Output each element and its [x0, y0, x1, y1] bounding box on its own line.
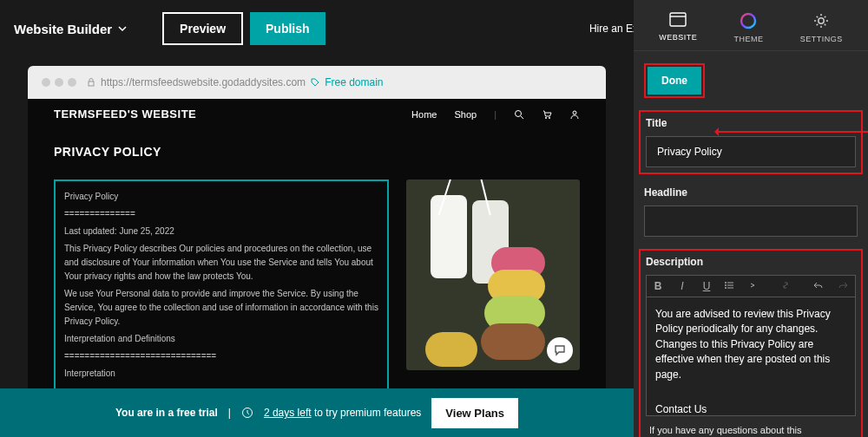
description-editor[interactable]: You are advised to review this Privacy P…	[646, 297, 856, 416]
svg-point-9	[725, 282, 727, 284]
website-preview[interactable]: TERMSFEED'S WEBSITE Home Shop | PRIVACY …	[28, 99, 606, 419]
headline-label: Headline	[644, 186, 858, 199]
url-text: https://termsfeedswebsite.godaddysites.c…	[101, 76, 306, 88]
palette-icon	[740, 12, 757, 29]
nav-shop[interactable]: Shop	[454, 109, 477, 120]
title-input[interactable]	[646, 136, 856, 167]
tab-settings[interactable]: SETTINGS	[800, 12, 843, 43]
svg-point-10	[725, 284, 727, 286]
svg-point-8	[819, 18, 824, 23]
svg-rect-0	[89, 82, 94, 86]
nav-divider: |	[494, 109, 496, 120]
headline-field-group: Headline	[644, 186, 858, 237]
cart-icon[interactable]	[542, 109, 552, 120]
description-label: Description	[646, 256, 856, 268]
list-button[interactable]	[725, 280, 737, 292]
done-button[interactable]: Done	[648, 67, 701, 95]
preview-panel: https://termsfeedswebsite.godaddysites.c…	[0, 57, 634, 437]
bold-button[interactable]: B	[652, 280, 664, 292]
privacy-text-block[interactable]: Privacy Policy ============== Last updat…	[54, 179, 389, 408]
title-label: Title	[646, 117, 856, 129]
policy-para: This Privacy Policy describes Our polici…	[64, 242, 378, 284]
underline-button[interactable]: U	[700, 280, 713, 292]
chevron-down-icon	[117, 23, 128, 34]
tag-icon	[311, 78, 319, 87]
url-bar: https://termsfeedswebsite.godaddysites.c…	[87, 76, 384, 88]
preview-button[interactable]: Preview	[162, 12, 243, 45]
sidebar-tabs: WEBSITE THEME SETTINGS	[634, 0, 868, 51]
nav-home[interactable]: Home	[411, 109, 437, 120]
lock-icon	[87, 78, 95, 87]
desc-heading: Contact Us	[655, 402, 846, 416]
browser-chrome: https://termsfeedswebsite.godaddysites.c…	[28, 66, 606, 99]
content-row: Privacy Policy ============== Last updat…	[28, 169, 606, 419]
policy-heading: Privacy Policy	[64, 190, 378, 204]
tab-label: THEME	[733, 35, 763, 43]
svg-point-7	[741, 14, 755, 28]
tab-website[interactable]: WEBSITE	[659, 12, 697, 43]
svg-point-4	[573, 111, 576, 114]
last-updated: Last updated: June 25, 2022	[64, 225, 378, 238]
done-highlight: Done	[644, 63, 705, 98]
macaron-image	[406, 179, 580, 370]
svg-rect-6	[670, 13, 686, 26]
desc-para: You are advised to review this Privacy P…	[655, 307, 846, 382]
policy-para: We use Your Personal data to provide and…	[64, 287, 378, 329]
brand-text: Website Builder	[14, 22, 112, 36]
site-header: TERMSFEED'S WEBSITE Home Shop |	[28, 99, 606, 129]
trial-bar: You are in a free trial | 2 days left to…	[0, 388, 634, 437]
view-plans-button[interactable]: View Plans	[431, 398, 518, 428]
link-button[interactable]	[780, 280, 792, 292]
policy-subheading: Interpretation and Definitions	[64, 332, 378, 346]
rule: ==============================	[64, 349, 378, 363]
publish-button[interactable]: Publish	[250, 12, 326, 45]
tab-label: WEBSITE	[659, 33, 697, 42]
site-title: TERMSFEED'S WEBSITE	[54, 108, 196, 121]
tab-label: SETTINGS	[800, 35, 843, 43]
more-button[interactable]	[749, 280, 761, 292]
annotation-arrow	[716, 131, 868, 133]
page-title: PRIVACY POLICY	[28, 129, 606, 169]
desc-overflow: If you have any questions about this	[646, 416, 856, 435]
browser-icon	[669, 12, 687, 28]
rte-toolbar: B I U	[646, 275, 856, 297]
brand-label[interactable]: Website Builder	[14, 22, 128, 36]
redo-button[interactable]	[838, 280, 850, 292]
gear-icon	[812, 12, 830, 29]
rule: ==============	[64, 207, 378, 221]
chat-icon[interactable]	[547, 337, 573, 363]
sidebar-body: Done Title Headline Description B I U	[634, 51, 868, 437]
free-domain-link[interactable]: Free domain	[325, 76, 383, 88]
trial-text: You are in a free trial	[115, 407, 218, 419]
search-icon[interactable]	[514, 109, 524, 120]
svg-point-1	[516, 110, 522, 116]
svg-point-11	[725, 287, 727, 289]
right-sidebar: WEBSITE THEME SETTINGS Done Title Headli…	[634, 0, 868, 437]
divider: |	[228, 407, 231, 419]
tab-theme[interactable]: THEME	[733, 12, 763, 43]
trial-days: 2 days left to try premium features	[264, 407, 421, 419]
svg-point-2	[545, 117, 547, 119]
policy-subheading: Interpretation	[64, 367, 378, 381]
title-field-group: Title	[639, 110, 863, 174]
svg-point-3	[549, 117, 550, 119]
user-icon[interactable]	[569, 109, 580, 120]
italic-button[interactable]: I	[676, 280, 688, 292]
undo-button[interactable]	[813, 280, 825, 292]
description-field-group: Description B I U	[639, 249, 863, 437]
window-dots	[42, 78, 76, 87]
site-nav: Home Shop |	[411, 109, 580, 120]
clock-icon	[241, 407, 253, 419]
headline-input[interactable]	[644, 205, 858, 237]
